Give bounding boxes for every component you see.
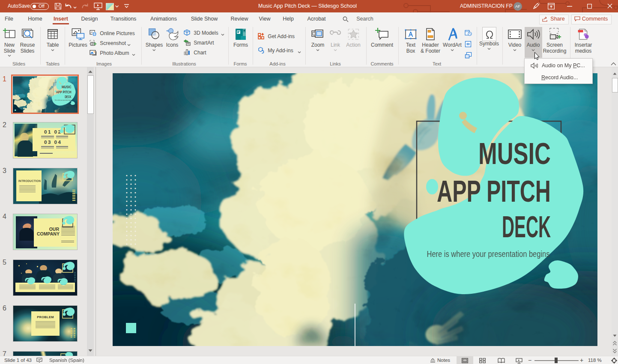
svg-text:MUSIC: MUSIC (478, 137, 551, 170)
svg-text:Here is where your presentatio: Here is where your presentation begins (427, 249, 550, 259)
svg-text:DECK: DECK (502, 210, 551, 244)
svg-text:APP PITCH: APP PITCH (437, 174, 551, 208)
